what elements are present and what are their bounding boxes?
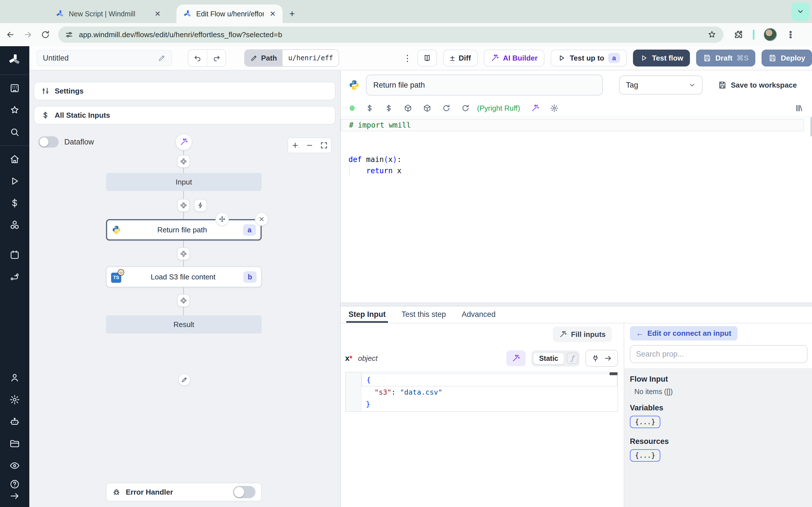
javascript-mode-button[interactable]: ƒ (567, 353, 578, 364)
ai-builder-button[interactable]: AI Builder (484, 50, 545, 66)
save-to-workspace-button[interactable]: Save to workspace (718, 80, 797, 90)
tab-test-this-step[interactable]: Test this step (402, 310, 446, 323)
browser-tab-edit-flow[interactable]: Edit Flow u/henri/effortless_fl ✕ (176, 4, 283, 23)
collapse-sidebar-icon[interactable] (9, 491, 20, 501)
help-icon[interactable] (9, 479, 20, 490)
extensions-puzzle-icon[interactable] (733, 30, 744, 40)
deploy-button[interactable]: Deploy (762, 50, 812, 66)
sidebar-item-runs[interactable] (9, 176, 20, 186)
package-icon[interactable] (404, 104, 412, 112)
zoom-out-icon[interactable] (306, 142, 313, 149)
edit-step-button[interactable] (178, 374, 191, 386)
sidebar-item-search[interactable] (9, 127, 20, 137)
sidebar-item-schedules[interactable] (9, 249, 20, 260)
argument-json-editor[interactable]: { "s3": "data.csv"} (345, 372, 618, 412)
flow-name-field[interactable] (43, 54, 153, 62)
diff-button[interactable]: ± Diff (443, 50, 477, 66)
tag-select[interactable]: Tag (619, 75, 703, 95)
zoom-in-icon[interactable] (291, 142, 299, 149)
connect-input-group[interactable] (585, 350, 618, 367)
editor-settings-gear-icon[interactable] (550, 104, 559, 112)
step-title-input[interactable] (366, 75, 603, 96)
insert-step-button[interactable] (177, 199, 190, 212)
error-handler-toggle[interactable] (233, 486, 255, 498)
windmill-logo-icon[interactable] (8, 53, 21, 66)
browser-menu-icon[interactable] (786, 30, 795, 39)
flow-node-step-a[interactable]: Return file path a (106, 219, 262, 240)
json-editor-content[interactable]: { "s3": "data.csv"} (361, 372, 617, 411)
draft-button[interactable]: Draft ⌘S (696, 50, 755, 66)
resources-object-button[interactable]: {...} (630, 449, 660, 462)
resources-dollar-icon[interactable] (385, 104, 393, 112)
test-up-to-button[interactable]: Test up to a (551, 50, 627, 66)
variables-dollar-icon[interactable] (365, 104, 374, 112)
docs-button[interactable] (417, 50, 437, 66)
insert-step-button[interactable] (177, 155, 190, 168)
sidebar-item-flows[interactable] (9, 272, 20, 282)
sidebar-item-workspace[interactable] (9, 83, 20, 94)
tab-close-icon[interactable]: ✕ (268, 10, 277, 18)
package-icon[interactable] (423, 104, 432, 112)
reload-icon[interactable] (461, 104, 470, 112)
tab-step-input[interactable]: Step Input (349, 310, 386, 323)
ai-wand-icon[interactable] (531, 104, 539, 112)
tab-close-icon[interactable]: ✕ (153, 10, 162, 18)
edit-or-connect-button[interactable]: ← Edit or connect an input (630, 326, 738, 341)
redo-button[interactable] (207, 50, 225, 66)
search-prop-input[interactable] (630, 345, 808, 363)
scrollbar[interactable] (610, 372, 617, 375)
lint-status[interactable]: (Pyright Ruff) (477, 104, 520, 113)
sidebar-item-audit-logs[interactable] (9, 460, 20, 471)
variables-object-button[interactable]: {...} (630, 416, 660, 428)
address-bar[interactable]: app.windmill.dev/flows/edit/u/henri/effo… (58, 26, 723, 43)
new-tab-button[interactable]: + (289, 8, 295, 19)
sidebar-item-settings[interactable] (9, 394, 20, 405)
fill-inputs-button[interactable]: Fill inputs (553, 327, 612, 342)
insert-step-button[interactable] (177, 294, 190, 307)
insert-step-button[interactable] (177, 247, 190, 260)
move-step-handle[interactable] (215, 212, 229, 226)
test-flow-button[interactable]: Test flow (633, 50, 690, 66)
back-button[interactable] (6, 30, 15, 40)
tab-search-button[interactable] (791, 2, 810, 21)
ai-fill-button[interactable] (506, 350, 525, 366)
forward-button[interactable] (23, 30, 33, 40)
path-editor[interactable]: Path u/henri/eff (244, 49, 339, 67)
flow-node-step-b[interactable]: TS Load S3 file content b (106, 267, 262, 287)
bookmark-star-icon[interactable] (707, 30, 717, 40)
sidebar-item-users[interactable] (9, 372, 20, 383)
delete-step-button[interactable] (255, 212, 268, 226)
code-editor[interactable]: # import wmill def main(x): return x (341, 117, 812, 302)
tab-advanced[interactable]: Advanced (462, 310, 496, 323)
browser-tab-new-script[interactable]: New Script | Windmill ✕ (49, 4, 167, 23)
fit-view-icon[interactable] (320, 142, 328, 149)
browser-profile-avatar[interactable] (763, 28, 777, 41)
sidebar-item-variables[interactable] (9, 198, 20, 209)
step-title-field[interactable] (373, 81, 596, 90)
scrollbar[interactable] (810, 117, 812, 136)
undo-button[interactable] (188, 50, 207, 66)
flow-result-node[interactable]: Result (106, 316, 262, 334)
sidebar-item-resources[interactable] (9, 220, 20, 230)
edit-pencil-icon[interactable] (158, 54, 166, 62)
insert-trigger-button[interactable] (194, 199, 207, 212)
sidebar-item-home[interactable] (9, 154, 20, 165)
flow-settings-button[interactable]: Settings (34, 82, 336, 100)
panel-splitter[interactable] (341, 302, 812, 306)
flow-name-input[interactable] (37, 50, 172, 66)
ai-flow-builder-button[interactable] (175, 133, 192, 151)
reload-icon[interactable] (442, 104, 451, 112)
static-mode-button[interactable]: Static (533, 352, 564, 365)
more-options-button[interactable]: ⋮ (403, 53, 411, 63)
library-icon[interactable] (795, 104, 803, 112)
sidebar-item-folders[interactable] (9, 438, 20, 449)
sidebar-item-ai-robot[interactable] (9, 416, 20, 427)
dataflow-toggle[interactable] (38, 136, 59, 148)
reload-button[interactable] (41, 30, 50, 40)
url-text[interactable]: app.windmill.dev/flows/edit/u/henri/effo… (79, 31, 702, 39)
sidebar-item-favorites[interactable] (9, 105, 20, 115)
flow-input-node[interactable]: Input (106, 173, 262, 191)
all-static-inputs-button[interactable]: All Static Inputs (34, 106, 336, 124)
site-settings-icon[interactable] (65, 31, 73, 39)
path-value[interactable]: u/henri/eff (283, 50, 339, 66)
